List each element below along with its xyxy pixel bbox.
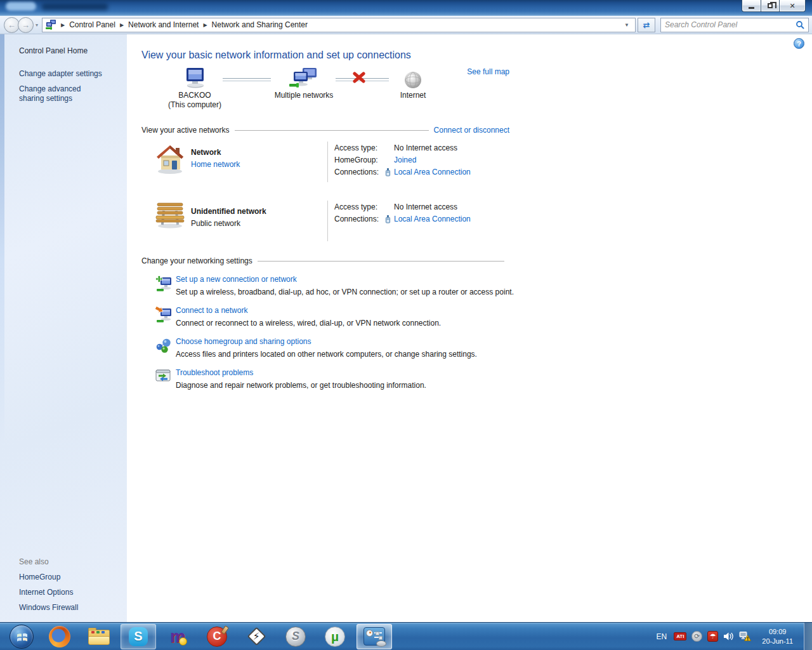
task-item: Troubleshoot problems Diagnose and repai… — [155, 368, 812, 390]
sidebar-item-internet-options[interactable]: Internet Options — [19, 588, 78, 597]
see-also-section: See also HomeGroup Internet Options Wind… — [19, 557, 78, 612]
globe-icon[interactable] — [391, 66, 435, 89]
taskbar-app-explorer[interactable] — [81, 624, 117, 649]
close-button[interactable]: ✕ — [779, 0, 806, 12]
homegroup-icon — [155, 337, 176, 359]
restore-button[interactable] — [761, 0, 779, 12]
local-area-connection-link[interactable]: Local Area Connection — [394, 215, 471, 223]
sidebar-item-change-advanced-sharing[interactable]: Change advanced sharing settings — [19, 84, 108, 103]
sidebar-item-control-panel-home[interactable]: Control Panel Home — [19, 46, 127, 55]
close-icon: ✕ — [789, 2, 795, 10]
breadcrumb-network-and-internet[interactable]: Network and Internet — [128, 20, 199, 29]
refresh-icon: ⇄ — [643, 20, 650, 30]
window-controls: ✕ — [742, 0, 806, 12]
restore-icon — [768, 3, 773, 8]
see-full-map-link[interactable]: See full map — [467, 67, 509, 76]
start-button[interactable] — [5, 624, 38, 649]
window-logo-blur — [6, 2, 36, 11]
forward-button[interactable]: → — [18, 17, 34, 33]
winamp-icon: ⚡ — [246, 627, 266, 647]
bench-icon — [155, 201, 185, 241]
map-node-sub: (This computer) — [157, 100, 233, 110]
connect-to-network-link[interactable]: Connect to a network — [176, 306, 247, 315]
sync-tray-icon[interactable]: ⟳ — [691, 631, 702, 642]
task-description: Connect or reconnect to a wireless, wire… — [176, 319, 441, 328]
connect-to-network-icon — [155, 306, 176, 328]
detail-value: No Internet access — [394, 143, 471, 152]
taskbar-app-metallic-s[interactable]: S — [278, 624, 313, 649]
show-desktop-button[interactable] — [804, 623, 812, 650]
setup-new-connection-link[interactable]: Set up a new connection or network — [176, 275, 297, 284]
breadcrumb-separator-icon: ▶ — [61, 22, 65, 28]
help-icon[interactable]: ? — [794, 38, 804, 49]
no-connection-icon — [352, 72, 366, 86]
window-titlebar: ✕ — [0, 0, 812, 16]
minimize-button[interactable] — [742, 0, 761, 12]
taskbar: S m C ⚡ S µ EN ATI ⟳ ☂ — [0, 622, 812, 650]
taskbar-app-mirc[interactable]: m — [160, 624, 195, 649]
utorrent-icon: µ — [325, 627, 345, 647]
help-glyph: ? — [797, 40, 801, 48]
taskbar-app-skype[interactable]: S — [121, 624, 156, 649]
home-network-link[interactable]: Home network — [191, 160, 240, 169]
sidebar-item-change-adapter-settings[interactable]: Change adapter settings — [19, 69, 108, 79]
sidebar-item-windows-firewall[interactable]: Windows Firewall — [19, 603, 78, 612]
skype-icon: S — [129, 627, 148, 646]
mirc-icon: m — [167, 627, 188, 647]
taskbar-app-utorrent[interactable]: µ — [317, 624, 353, 649]
taskbar-app-winamp[interactable]: ⚡ — [239, 624, 274, 649]
search-input[interactable] — [665, 20, 796, 29]
control-panel-icon — [363, 627, 385, 646]
networking-settings-header: Change your networking settings — [141, 256, 509, 265]
active-network-row: Unidentified network Public network Acce… — [155, 201, 523, 241]
search-icon[interactable] — [796, 20, 804, 29]
detail-label: HomeGroup: — [334, 156, 394, 164]
map-node-name: Multiple networks — [266, 91, 342, 100]
breadcrumb-control-panel[interactable]: Control Panel — [69, 20, 115, 29]
local-area-connection-link[interactable]: Local Area Connection — [394, 168, 471, 176]
map-node-this-computer: BACKOO (This computer) — [157, 66, 233, 110]
sidebar-item-homegroup[interactable]: HomeGroup — [19, 573, 78, 581]
screen: { "glyphs": { "close": "✕", "separator":… — [0, 0, 812, 650]
window-body: Control Panel Home Change adapter settin… — [0, 34, 812, 622]
folder-icon — [88, 628, 110, 645]
taskbar-app-ccleaner[interactable]: C — [199, 624, 235, 649]
troubleshoot-problems-link[interactable]: Troubleshoot problems — [176, 368, 253, 377]
task-description: Diagnose and repair network problems, or… — [176, 381, 426, 390]
section-label: View your active networks — [141, 126, 230, 135]
page-title: View your basic network information and … — [141, 50, 812, 61]
multiple-networks-icon[interactable] — [266, 66, 342, 89]
connect-or-disconnect-link[interactable]: Connect or disconnect — [434, 126, 509, 135]
language-indicator[interactable]: EN — [655, 632, 669, 641]
breadcrumb-separator-icon: ▶ — [203, 22, 207, 28]
sidebar: Control Panel Home Change adapter settin… — [0, 34, 127, 622]
address-dropdown-icon[interactable]: ▼ — [622, 22, 632, 28]
address-bar[interactable]: ▶ Control Panel ▶ Network and Internet ▶… — [42, 18, 636, 32]
network-location-icon — [46, 20, 56, 30]
avira-tray-icon[interactable]: ☂ — [707, 631, 718, 642]
network-warning-icon[interactable] — [739, 631, 751, 642]
ati-tray-icon[interactable]: ATI — [674, 632, 686, 640]
taskbar-app-firefox[interactable] — [42, 624, 77, 649]
homegroup-joined-link[interactable]: Joined — [394, 156, 416, 164]
minimize-icon — [749, 7, 754, 9]
forward-icon: → — [22, 20, 30, 30]
refresh-button[interactable]: ⇄ — [638, 18, 655, 32]
detail-label: Access type: — [334, 143, 394, 152]
volume-icon[interactable] — [723, 632, 734, 641]
ccleaner-icon: C — [207, 627, 227, 647]
map-node-multiple-networks: Multiple networks — [266, 66, 342, 100]
breadcrumb-network-sharing-center[interactable]: Network and Sharing Center — [212, 20, 308, 29]
content: ? View your basic network information an… — [127, 34, 812, 622]
detail-value: No Internet access — [394, 202, 471, 211]
breadcrumb-separator-icon: ▶ — [120, 22, 124, 28]
history-dropdown-icon[interactable]: ▾ — [36, 22, 38, 28]
house-icon — [155, 142, 185, 182]
metallic-s-icon: S — [285, 627, 306, 647]
map-node-name: BACKOO — [157, 91, 233, 100]
taskbar-clock[interactable]: 09:09 20-Jun-11 — [756, 627, 799, 646]
choose-homegroup-link[interactable]: Choose homegroup and sharing options — [176, 337, 311, 346]
computer-icon[interactable] — [157, 66, 233, 89]
taskbar-app-control-panel[interactable] — [357, 624, 392, 649]
divider — [235, 130, 429, 131]
